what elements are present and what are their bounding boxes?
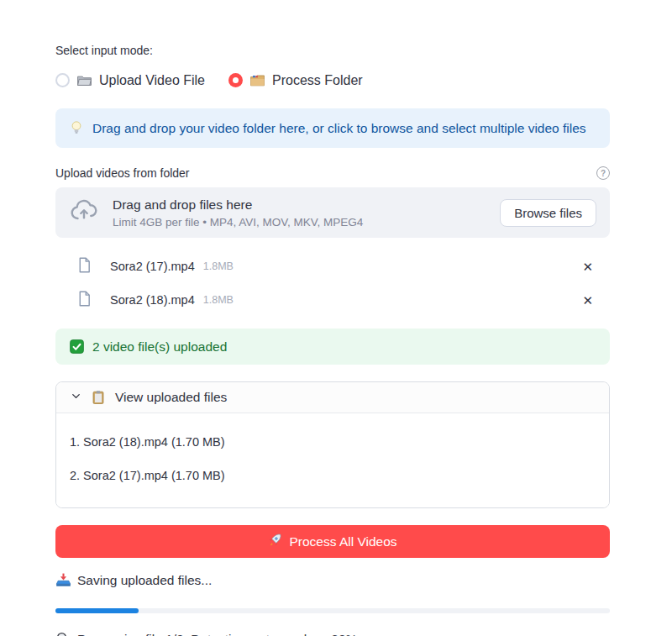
uploader-label-row: Upload videos from folder ? [55,166,610,180]
uploader-label: Upload videos from folder [55,166,190,180]
lightbulb-icon [69,120,85,136]
radio-label: Process Folder [272,73,363,88]
expander-title: View uploaded files [115,390,227,405]
processing-status-text: Processing file 1/2: Detecting watermark… [77,632,357,636]
app-page: Select input mode: Upload Video File [55,0,610,636]
info-text: Drag and drop your video folder here, or… [92,121,586,136]
check-mark-icon [69,339,85,355]
file-dropzone[interactable]: Drag and drop files here Limit 4GB per f… [55,187,610,238]
file-size: 1.8MB [203,260,234,272]
file-name: Sora2 (17).mp4 [110,260,195,273]
rocket-icon [268,533,282,550]
radio-upload-video-file[interactable]: Upload Video File [55,72,205,88]
inbox-tray-icon [55,572,71,588]
cloud-upload-icon [69,196,99,229]
uploaded-file-row: Sora2 (18).mp4 1.8MB ✕ [55,286,610,313]
input-mode-radio-group: Upload Video File Process Folder [55,72,610,88]
file-size: 1.8MB [203,294,234,306]
expander-header[interactable]: View uploaded files [56,382,609,413]
dropzone-limits: Limit 4GB per file • MP4, AVI, MOV, MKV,… [113,216,486,229]
info-alert: Drag and drop your video folder here, or… [55,108,610,148]
radio-selected-icon[interactable] [228,73,243,87]
saving-status-text: Saving uploaded files... [77,573,212,588]
file-icon [76,256,93,277]
magnifier-icon [55,631,71,636]
file-name: Sora2 (18).mp4 [110,293,195,307]
expander-body: 1. Sora2 (18).mp4 (1.70 MB) 2. Sora2 (17… [56,413,609,507]
file-icon [76,290,93,311]
radio-label: Upload Video File [99,73,205,88]
folder-tan-icon [249,72,265,88]
process-button-label: Process All Videos [289,534,396,549]
saving-status-row: Saving uploaded files... [55,572,610,588]
help-icon[interactable]: ? [596,166,610,180]
dropzone-title: Drag and drop files here [113,197,486,213]
progress-bar-fill [55,608,139,613]
radio-unselected-icon[interactable] [55,73,70,87]
processing-status-row: Processing file 1/2: Detecting watermark… [55,631,610,636]
success-text: 2 video file(s) uploaded [92,339,227,355]
input-mode-label: Select input mode: [55,44,610,57]
chevron-down-icon [70,390,82,406]
close-icon[interactable]: ✕ [580,292,595,308]
uploaded-file-row: Sora2 (17).mp4 1.8MB ✕ [55,253,610,280]
success-alert: 2 video file(s) uploaded [55,329,610,365]
radio-process-folder[interactable]: Process Folder [228,72,363,88]
uploaded-files-expander: View uploaded files 1. Sora2 (18).mp4 (1… [55,381,610,508]
process-all-videos-button[interactable]: Process All Videos [55,525,610,558]
close-icon[interactable]: ✕ [580,259,595,275]
progress-bar-track [55,608,610,613]
dropzone-text: Drag and drop files here Limit 4GB per f… [113,197,486,229]
folder-gray-icon [76,72,92,88]
clipboard-icon [91,390,107,406]
uploaded-file-list-item: 1. Sora2 (18).mp4 (1.70 MB) [70,425,596,459]
uploaded-file-list: Sora2 (17).mp4 1.8MB ✕ Sora2 (18).mp4 1.… [55,253,610,313]
uploaded-file-list-item: 2. Sora2 (17).mp4 (1.70 MB) [70,459,596,492]
browse-files-button[interactable]: Browse files [500,199,596,227]
